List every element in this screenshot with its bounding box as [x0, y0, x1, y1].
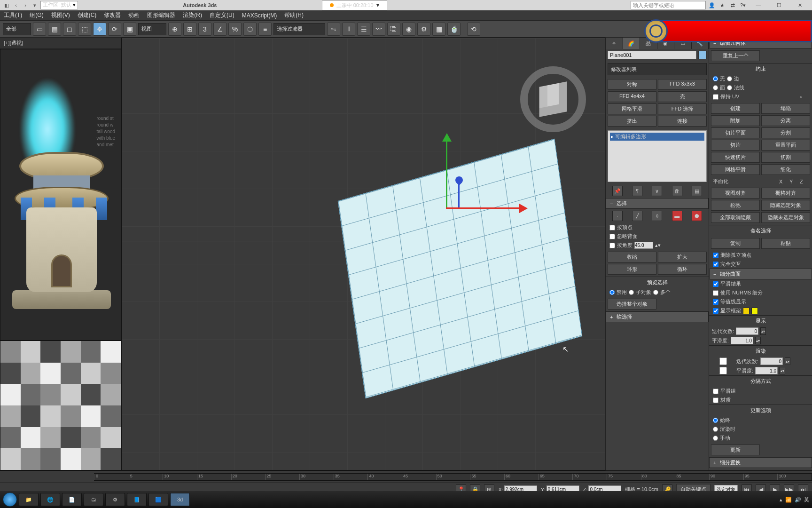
menu-view[interactable]: 视图(V)	[51, 11, 70, 19]
curve-editor-icon[interactable]: 〰	[372, 23, 385, 36]
menu-rendering[interactable]: 渲染(R)	[183, 11, 202, 19]
rb-upd-render[interactable]	[713, 427, 718, 432]
live-status[interactable]: 上课中 00:28:10 ▾	[322, 0, 387, 10]
chk-byangle[interactable]	[609, 243, 615, 248]
subobj-border[interactable]: ◊	[652, 211, 662, 221]
ref-coord-combo[interactable]: 视图	[138, 23, 166, 35]
spinner-snap-icon[interactable]: ⬡	[243, 23, 257, 36]
window-crossing-icon[interactable]: ⬚	[78, 23, 91, 36]
cage-color-2[interactable]	[751, 308, 758, 314]
btn-loop[interactable]: 循环	[658, 264, 707, 275]
btn-hide-sel[interactable]: 隐藏选定对象	[761, 200, 810, 211]
chk-sep-mat[interactable]	[713, 397, 718, 403]
chk-byvertex[interactable]	[609, 225, 615, 230]
rb-con-face[interactable]	[713, 85, 718, 90]
btn-tessellate[interactable]: 细化	[761, 164, 810, 175]
task-app4[interactable]: 📘	[127, 493, 147, 506]
gizmo-x-axis[interactable]	[446, 207, 526, 209]
task-explorer[interactable]: 📁	[19, 493, 39, 506]
render-iter-input[interactable]	[760, 357, 783, 365]
task-app2[interactable]: 🗂	[84, 493, 103, 506]
minimize-button[interactable]: —	[749, 0, 768, 10]
tab-modify[interactable]: 🌈	[623, 38, 640, 49]
rb-upd-manual[interactable]	[713, 436, 718, 441]
named-sel-combo[interactable]: 选择过滤器	[273, 23, 325, 35]
mod-meshsmooth[interactable]: 网格平滑	[608, 103, 656, 114]
object-name-input[interactable]	[608, 51, 696, 59]
btn-split[interactable]: 分割	[761, 127, 810, 138]
btn-collapse[interactable]: 塌陷	[761, 103, 810, 114]
mod-symmetry[interactable]: 对称	[608, 79, 656, 90]
mod-ffd444[interactable]: FFD 4x4x4	[608, 91, 656, 102]
angle-spinner[interactable]: ▴▾	[655, 242, 661, 248]
btn-attach[interactable]: 附加	[711, 115, 760, 126]
menu-tools[interactable]: 工具(T)	[4, 11, 22, 19]
btn-create[interactable]: 创建	[711, 103, 760, 114]
mod-extrude[interactable]: 挤出	[608, 116, 656, 127]
align-icon[interactable]: ⫴	[342, 23, 355, 36]
rollout-subdiv-disp[interactable]: 细分置换	[709, 457, 812, 468]
angle-input[interactable]	[634, 242, 653, 249]
rb-con-none[interactable]	[713, 76, 718, 81]
rollout-subdiv-surface[interactable]: 细分曲面	[709, 269, 812, 279]
chk-smooth-result[interactable]	[713, 281, 718, 287]
btn-msmooth[interactable]: 网格平滑	[711, 164, 760, 175]
tray-net-icon[interactable]: 📶	[785, 497, 792, 503]
subobj-element[interactable]: ⬢	[692, 211, 702, 221]
rollout-softsel[interactable]: 软选择	[606, 311, 709, 322]
select-scale-icon[interactable]: ▣	[123, 23, 136, 36]
rb-multi[interactable]	[653, 290, 658, 295]
rb-off[interactable]	[609, 290, 615, 295]
planar-y[interactable]: Y	[789, 179, 798, 184]
time-slider[interactable]: 0510152025303540455055606570758085909510…	[94, 473, 812, 481]
task-app1[interactable]: 📄	[62, 493, 82, 506]
help-icon[interactable]: ?▾	[739, 1, 747, 9]
menu-maxscript[interactable]: MAXScript(M)	[242, 12, 277, 19]
angle-snap-icon[interactable]: ∠	[213, 23, 226, 36]
nav-back-icon[interactable]: ‹	[12, 1, 20, 9]
btn-paste-sel[interactable]: 粘贴	[761, 238, 810, 249]
timeline[interactable]: 0510152025303540455055606570758085909510…	[0, 470, 812, 483]
subobj-polygon[interactable]: ▬	[672, 211, 682, 221]
gizmo-y-axis[interactable]	[446, 137, 447, 207]
btn-unhide-all[interactable]: 全部取消隐藏	[711, 212, 760, 223]
rb-con-edge[interactable]	[727, 76, 732, 81]
rollout-selection[interactable]: 选择	[606, 198, 709, 209]
iter-input[interactable]	[736, 327, 758, 335]
rb-subobj[interactable]	[629, 290, 634, 295]
btn-detach[interactable]: 分离	[761, 115, 810, 126]
chk-show-cage[interactable]	[713, 308, 718, 314]
perspective-viewport[interactable]: ↖	[121, 38, 605, 470]
btn-view-align[interactable]: 视图对齐	[711, 188, 760, 198]
pivot-icon[interactable]: ⊕	[168, 23, 181, 36]
material-editor-icon[interactable]: ◉	[402, 23, 415, 36]
iter-spin[interactable]: ▴▾	[760, 327, 766, 335]
menu-create[interactable]: 创建(C)	[78, 11, 97, 19]
start-button[interactable]	[3, 492, 17, 507]
task-3dsmax[interactable]: 3d	[170, 493, 190, 506]
menu-modifiers[interactable]: 修改器	[104, 11, 121, 19]
nav-down-icon[interactable]: ▾	[31, 1, 39, 9]
schematic-icon[interactable]: ⿻	[387, 23, 400, 36]
preserve-uv-settings[interactable]: ▫	[800, 94, 808, 100]
viewport-label[interactable]: [+][透视]	[0, 38, 121, 49]
smooth-input[interactable]	[731, 337, 753, 344]
planar-x[interactable]: X	[779, 179, 788, 184]
chk-render-iter[interactable]	[712, 357, 734, 365]
selection-filter-combo[interactable]: 全部	[3, 23, 31, 35]
stack-item-editable-poly[interactable]: ▸ 可编辑多边形	[610, 133, 704, 141]
chk-use-nurms[interactable]	[713, 290, 718, 296]
select-name-icon[interactable]: ▤	[48, 23, 61, 36]
tray-vol-icon[interactable]: 🔊	[795, 497, 801, 503]
btn-make-planar[interactable]: 平面化	[713, 178, 777, 185]
tab-create[interactable]: ✧	[606, 38, 623, 49]
mod-shell[interactable]: 壳	[658, 91, 707, 102]
modifier-stack[interactable]: ▸ 可编辑多边形	[608, 130, 707, 182]
btn-grow[interactable]: 扩大	[658, 252, 707, 262]
task-app3[interactable]: ⚙	[105, 493, 125, 506]
chk-render-smooth[interactable]	[712, 367, 734, 374]
maximize-button[interactable]: ☐	[770, 0, 789, 10]
select-manip-icon[interactable]: ⊞	[183, 23, 196, 36]
btn-grid-align[interactable]: 栅格对齐	[761, 188, 810, 198]
modifier-list-combo[interactable]: 修改器列表	[608, 63, 707, 75]
